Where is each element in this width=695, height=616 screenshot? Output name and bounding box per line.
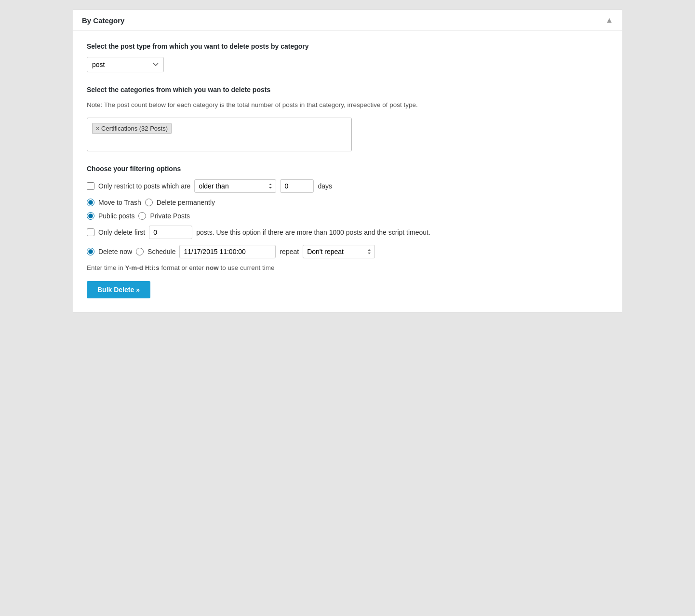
- filtering-label: Choose your filtering options: [87, 165, 608, 173]
- public-posts-radio[interactable]: [87, 212, 94, 220]
- private-posts-radio[interactable]: [138, 212, 146, 220]
- bulk-delete-button[interactable]: Bulk Delete »: [87, 281, 150, 298]
- repeat-label: repeat: [280, 248, 299, 255]
- panel-toggle-icon[interactable]: ▲: [605, 16, 613, 25]
- move-to-trash-radio[interactable]: [87, 199, 94, 206]
- categories-box[interactable]: × Certifications (32 Posts): [87, 118, 352, 151]
- delete-permanently-label: Delete permanently: [157, 199, 215, 206]
- restrict-row: Only restrict to posts which are older t…: [87, 179, 608, 193]
- hint-text: Enter time in Y-m-d H:i:s format or ente…: [87, 264, 608, 271]
- categories-label: Select the categories from which you wan…: [87, 86, 608, 94]
- delete-permanently-radio[interactable]: [145, 199, 153, 206]
- hint-middle: format or enter: [160, 264, 206, 271]
- age-select[interactable]: older than newer than: [194, 179, 276, 193]
- category-tag: × Certifications (32 Posts): [92, 123, 172, 134]
- delete-now-label: Delete now: [98, 248, 132, 255]
- limit-row: Only delete first posts. Use this option…: [87, 226, 608, 239]
- panel-header: By Category ▲: [73, 10, 622, 31]
- category-tag-label: Certifications (32 Posts): [101, 125, 168, 132]
- hint-format: Y-m-d H:i:s: [125, 264, 160, 271]
- filtering-section: Choose your filtering options Only restr…: [87, 165, 608, 298]
- schedule-row: Delete now Schedule repeat Don't repeat …: [87, 245, 608, 258]
- days-suffix: days: [318, 182, 332, 190]
- post-type-select[interactable]: post page attachment: [87, 57, 164, 72]
- move-to-trash-label: Move to Trash: [98, 199, 141, 206]
- panel-title: By Category: [82, 16, 124, 25]
- limit-input[interactable]: [149, 226, 192, 239]
- post-type-section: Select the post type from which you want…: [87, 42, 608, 72]
- repeat-select[interactable]: Don't repeat Hourly Daily Weekly Monthly: [303, 245, 375, 258]
- hint-before: Enter time in: [87, 264, 125, 271]
- restrict-prefix: Only restrict to posts which are: [98, 182, 190, 190]
- limit-checkbox[interactable]: [87, 228, 94, 236]
- delete-action-row: Move to Trash Delete permanently: [87, 199, 608, 206]
- delete-now-radio[interactable]: [87, 248, 94, 255]
- post-type-label: Select the post type from which you want…: [87, 42, 608, 50]
- datetime-input[interactable]: [179, 245, 276, 258]
- post-status-row: Public posts Private Posts: [87, 212, 608, 220]
- restrict-checkbox[interactable]: [87, 182, 94, 190]
- limit-suffix: posts. Use this option if there are more…: [196, 228, 430, 236]
- private-posts-label: Private Posts: [150, 212, 189, 220]
- days-input[interactable]: [280, 179, 314, 193]
- post-type-select-wrapper: post page attachment: [87, 57, 608, 72]
- limit-prefix: Only delete first: [98, 228, 145, 236]
- category-tag-remove-icon[interactable]: ×: [96, 126, 99, 132]
- schedule-label: Schedule: [147, 248, 175, 255]
- categories-section: Select the categories from which you wan…: [87, 86, 608, 151]
- categories-note: Note: The post count below for each cate…: [87, 100, 608, 110]
- schedule-radio[interactable]: [136, 248, 144, 255]
- panel-body: Select the post type from which you want…: [73, 31, 622, 312]
- hint-after: to use current time: [219, 264, 275, 271]
- by-category-panel: By Category ▲ Select the post type from …: [73, 10, 622, 312]
- public-posts-label: Public posts: [98, 212, 134, 220]
- hint-now: now: [206, 264, 219, 271]
